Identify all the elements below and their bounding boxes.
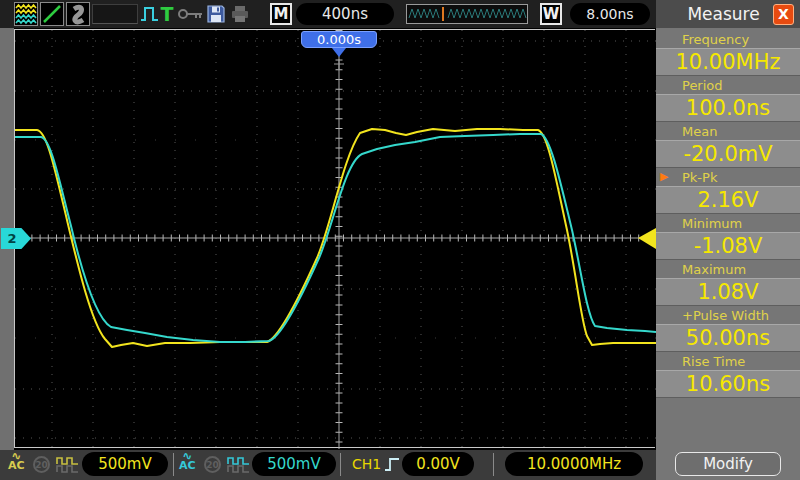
pulse-trigger-icon[interactable] [140, 4, 160, 24]
channel-waveforms-icon[interactable] [14, 2, 38, 26]
printer-glyph [230, 5, 250, 23]
trigger-point-cross-icon [334, 59, 344, 69]
measurement-label-maximum[interactable]: Maximum [656, 260, 800, 278]
modify-button[interactable]: Modify [675, 452, 781, 476]
trigger-rising-slope-icon[interactable] [384, 456, 400, 473]
ch2-bandwidth-limit-icon[interactable]: 20 [204, 456, 221, 473]
measurement-label-risetime[interactable]: Rise Time [656, 352, 800, 370]
ch2-scale[interactable]: 500mV [252, 452, 336, 476]
frequency-counter[interactable]: 10.0000MHz [505, 452, 643, 476]
measure-menu-header: Measure X [656, 0, 800, 28]
key-glyph [178, 8, 204, 20]
storage-preview-icon[interactable] [66, 2, 90, 26]
measurement-value-period: 100.0ns [656, 94, 800, 122]
floppy-glyph [206, 4, 226, 24]
channel-waveforms-glyph [15, 3, 37, 25]
bottom-status-bar: ∿ AC 20 500mV ∿ AC 20 500mV CH1 [0, 450, 656, 480]
ch1-bandwidth-limit-icon[interactable]: 20 [33, 456, 50, 473]
slope-line-glyph [41, 3, 63, 25]
print-icon[interactable] [230, 5, 250, 23]
ch2-probe-wave-icon[interactable] [227, 456, 251, 474]
measurement-label-minimum[interactable]: Minimum [656, 214, 800, 232]
main-timebase-value[interactable]: 400ns [296, 3, 394, 25]
window-timebase-value[interactable]: 8.00ns [570, 3, 650, 25]
overview-zigzag [407, 5, 527, 23]
menu-title: Measure [656, 4, 773, 24]
divider [340, 453, 341, 476]
trigger-position-tab[interactable]: 0.000s [301, 31, 377, 48]
key-lock-icon[interactable] [178, 8, 204, 20]
storage-preview-glyph [67, 3, 89, 25]
trigger-position-pointer-icon [332, 48, 346, 57]
waveform-display: 0.000s 2 [14, 29, 655, 448]
measurement-label-pkpk[interactable]: ▶Pk-Pk [656, 168, 800, 186]
measurement-value-mean: -20.0mV [656, 140, 800, 168]
ch1-probe-wave-icon[interactable] [56, 456, 80, 474]
measurement-list: Frequency 10.00MHz Period 100.0ns Mean -… [656, 30, 800, 398]
measurement-value-minimum: -1.08V [656, 232, 800, 260]
waveform-overview-strip[interactable] [406, 4, 528, 24]
measurement-label-pulsewidth[interactable]: +Pulse Width [656, 306, 800, 324]
measurement-label-period[interactable]: Period [656, 76, 800, 94]
measurement-value-frequency: 10.00MHz [656, 48, 800, 76]
divider [173, 453, 174, 476]
measure-menu: Measure X Frequency 10.00MHz Period 100.… [656, 0, 800, 480]
measurement-value-pkpk: 2.16V [656, 186, 800, 214]
slope-line-icon[interactable] [40, 2, 64, 26]
measurement-label-frequency[interactable]: Frequency [656, 30, 800, 48]
divider [493, 453, 494, 476]
main-timebase-m-badge[interactable]: M [270, 3, 292, 25]
trigger-t-icon[interactable]: T [160, 4, 174, 24]
window-timebase-w-badge[interactable]: W [540, 3, 562, 25]
save-floppy-icon[interactable] [206, 4, 226, 24]
pulse-glyph [140, 4, 160, 24]
measurement-label-mean[interactable]: Mean [656, 122, 800, 140]
graticule-and-traces [15, 30, 656, 449]
trigger-level-value[interactable]: 0.00V [402, 452, 474, 476]
ch2-coupling-icon[interactable]: ∿ AC [179, 452, 196, 470]
oscilloscope-screen: T M 400ns [0, 0, 800, 480]
measurement-value-maximum: 1.08V [656, 278, 800, 306]
center-axes [15, 30, 656, 449]
trigger-source-label[interactable]: CH1 [352, 456, 381, 472]
toolbar-empty-field [92, 4, 138, 24]
selected-arrow-icon: ▶ [660, 170, 668, 183]
close-icon[interactable]: X [773, 4, 794, 25]
ch1-scale[interactable]: 500mV [82, 452, 168, 476]
measurement-value-pulsewidth: 50.00ns [656, 324, 800, 352]
ch1-coupling-icon[interactable]: ∿ AC [8, 452, 25, 470]
measurement-value-risetime: 10.60ns [656, 370, 800, 398]
top-toolbar: T M 400ns [0, 0, 656, 28]
trigger-level-arrow [638, 228, 656, 249]
